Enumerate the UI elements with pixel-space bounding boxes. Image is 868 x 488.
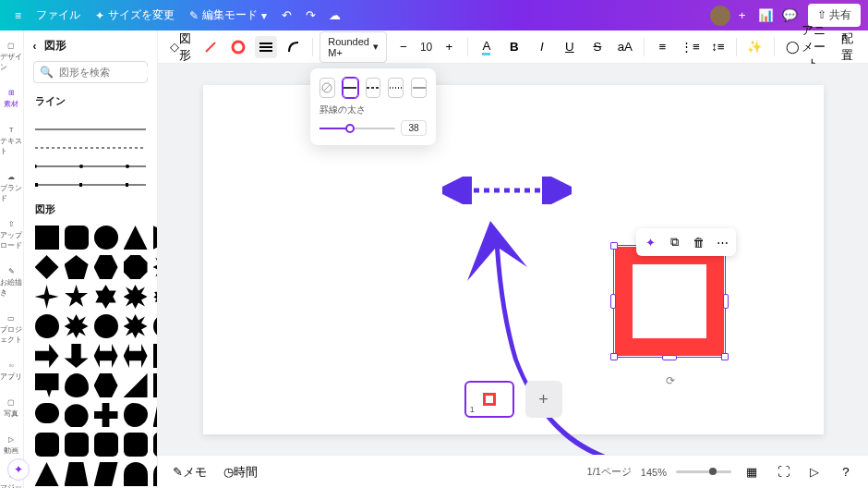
help-button[interactable]: ? xyxy=(835,461,857,483)
chart-icon[interactable]: 📊 xyxy=(754,4,778,28)
bold-button[interactable]: B xyxy=(503,36,525,58)
list-button[interactable]: ⋮≡ xyxy=(679,36,701,58)
search-input[interactable]: 🔍 xyxy=(33,61,149,83)
font-selector[interactable]: Rounded M+ ▾ xyxy=(319,31,387,63)
style-thin[interactable] xyxy=(411,78,427,98)
redo-button[interactable]: ↷ xyxy=(298,4,322,28)
rail-upload[interactable]: ⇧アップロード xyxy=(0,216,23,254)
style-none[interactable] xyxy=(319,78,335,98)
search-field[interactable] xyxy=(59,67,159,78)
italic-button[interactable]: I xyxy=(531,36,553,58)
shape-seal-5[interactable] xyxy=(124,314,148,338)
rail-elements[interactable]: ⊞素材 xyxy=(4,85,18,113)
cloud-sync-icon[interactable]: ☁ xyxy=(322,4,346,28)
shape-rr3[interactable] xyxy=(65,433,89,457)
shape-pentagon[interactable] xyxy=(65,255,89,279)
rail-projects[interactable]: ▭プロジェクト xyxy=(0,311,23,348)
shape-cloud[interactable] xyxy=(124,403,148,427)
rail-video[interactable]: ▷動画 xyxy=(4,432,18,459)
fontsize-minus[interactable]: − xyxy=(392,36,415,58)
rail-text[interactable]: Tテキスト xyxy=(0,122,23,160)
shape-arrow-right[interactable] xyxy=(35,344,59,368)
shape-triangle[interactable] xyxy=(124,226,148,250)
rail-photos[interactable]: ▢写真 xyxy=(4,395,18,422)
shape-hexagon[interactable] xyxy=(94,255,118,279)
shape-5star[interactable] xyxy=(65,285,89,309)
shape-rr2[interactable] xyxy=(35,433,59,457)
border-color-button[interactable] xyxy=(227,36,249,58)
add-page-button[interactable]: + xyxy=(525,381,562,418)
shape-pill[interactable] xyxy=(35,403,59,423)
shape-octagon[interactable] xyxy=(124,255,148,279)
resize-handle-e[interactable] xyxy=(723,294,729,309)
delete-button[interactable]: 🗑 xyxy=(687,231,709,253)
shape-banner[interactable] xyxy=(35,373,59,397)
line-style-3[interactable] xyxy=(35,160,147,173)
fullscreen-button[interactable]: ⛶ xyxy=(772,461,794,483)
back-icon[interactable]: ‹ xyxy=(33,40,37,53)
shape-plus[interactable] xyxy=(94,403,118,427)
shape-6star[interactable] xyxy=(94,285,118,309)
shape-square[interactable] xyxy=(35,226,59,250)
canvas[interactable]: ⟳ ✦ ⧉ 🗑 ⋯ xyxy=(158,64,868,455)
magic-edit-button[interactable]: ✦ xyxy=(639,231,661,253)
underline-button[interactable]: U xyxy=(559,36,581,58)
edit-shape-button[interactable] xyxy=(199,36,222,58)
shape-seal-4[interactable] xyxy=(94,314,118,338)
rail-design[interactable]: ▢デザイン xyxy=(0,38,23,76)
duration-button[interactable]: ◷ 時間 xyxy=(220,461,261,483)
style-dot[interactable] xyxy=(388,78,404,98)
duplicate-button[interactable]: ⧉ xyxy=(663,231,685,253)
shape-tri3[interactable] xyxy=(35,462,59,486)
rail-brand[interactable]: ☁ブランド xyxy=(0,169,23,207)
shape-rounded-square[interactable] xyxy=(65,226,89,250)
zoom-slider[interactable] xyxy=(676,470,731,473)
plus-button[interactable]: + xyxy=(730,4,754,28)
spacing-button[interactable]: ↕≡ xyxy=(706,36,729,58)
fontsize-plus[interactable]: + xyxy=(438,36,460,58)
shape-type-button[interactable]: ◇ 図形 xyxy=(167,36,193,58)
case-button[interactable]: aA xyxy=(614,36,636,58)
shape-para[interactable] xyxy=(94,462,118,486)
style-solid[interactable] xyxy=(343,78,358,98)
more-button[interactable]: ⋯ xyxy=(711,231,733,253)
shape-arrow-lr[interactable] xyxy=(94,344,118,368)
avatar[interactable] xyxy=(710,6,730,26)
resize-handle-s[interactable] xyxy=(662,355,677,360)
animate-button[interactable]: ◯ アニメート xyxy=(782,36,831,58)
present-button[interactable]: ▷ xyxy=(803,461,826,483)
corner-radius-button[interactable] xyxy=(283,36,305,58)
position-button[interactable]: 配置 xyxy=(837,36,859,58)
shape-hex2[interactable] xyxy=(94,373,118,397)
shape-trap[interactable] xyxy=(65,462,89,486)
resize-handle-se[interactable] xyxy=(721,353,729,360)
shape-diamond[interactable] xyxy=(35,255,59,279)
file-menu[interactable]: ファイル xyxy=(29,4,88,27)
thickness-value[interactable]: 38 xyxy=(401,120,427,136)
rail-draw[interactable]: ✎お絵描き xyxy=(0,263,23,301)
align-button[interactable]: ≡ xyxy=(651,36,673,58)
rail-apps[interactable]: ▫▫アプリ xyxy=(0,358,22,385)
strike-button[interactable]: S xyxy=(586,36,609,58)
shape-heart[interactable] xyxy=(65,403,89,427)
effects-button[interactable]: ✨ xyxy=(744,36,766,58)
menu-button[interactable]: ≡ xyxy=(7,6,29,26)
thumbnail-page-1[interactable]: 1 xyxy=(464,381,514,418)
shape-arrow-down[interactable] xyxy=(65,344,89,368)
rotate-handle[interactable]: ⟳ xyxy=(666,374,675,387)
shape-8star[interactable] xyxy=(124,285,148,309)
shape-arrow-lr2[interactable] xyxy=(124,344,148,368)
shape-4star[interactable] xyxy=(35,285,59,309)
line-style-2[interactable] xyxy=(35,141,147,154)
shape-halfcircle[interactable] xyxy=(124,462,148,486)
shape-circle[interactable] xyxy=(94,226,118,250)
shape-rr4[interactable] xyxy=(94,433,118,457)
shape-rr5[interactable] xyxy=(124,433,148,457)
shape-tri2[interactable] xyxy=(124,373,148,397)
shape-seal-3[interactable] xyxy=(65,314,89,338)
resize-menu[interactable]: ✦ サイズを変更 xyxy=(88,4,182,27)
editmode-menu[interactable]: ✎ 編集モード ▾ xyxy=(182,4,274,27)
line-style-1[interactable] xyxy=(35,123,147,136)
shape-seal-2[interactable] xyxy=(35,314,59,338)
style-dash[interactable] xyxy=(366,78,381,98)
